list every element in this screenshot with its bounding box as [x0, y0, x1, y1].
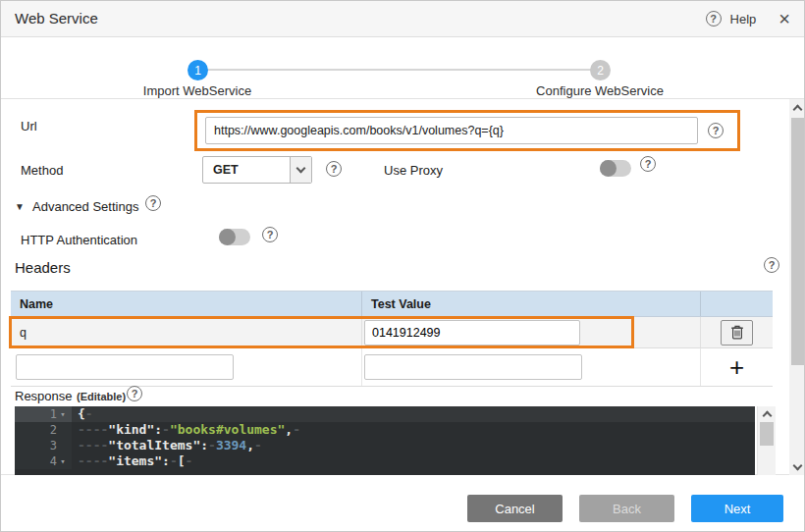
method-select[interactable]: GET	[202, 156, 312, 184]
use-proxy-label: Use Proxy	[384, 163, 443, 178]
stepper-connector	[197, 69, 600, 71]
headers-section-title: Headers	[15, 259, 71, 276]
delete-row-button[interactable]	[721, 320, 753, 346]
column-header-test-value: Test Value	[362, 292, 701, 316]
advanced-settings-help-icon[interactable]: ?	[145, 195, 161, 211]
content-scrollbar[interactable]	[789, 99, 805, 475]
step-2-circle[interactable]: 2	[590, 60, 611, 80]
code-line: 2----"kind":-"books#volumes",-	[15, 422, 755, 438]
title-bar: Web Service ? Help ×	[1, 1, 804, 37]
scroll-down-icon[interactable]	[789, 459, 805, 474]
add-row-button[interactable]: +	[729, 354, 744, 380]
table-header-row: Name Test Value	[11, 292, 773, 317]
code-line: 4▾----"items":-[-	[15, 453, 755, 469]
column-header-name: Name	[11, 292, 362, 316]
response-editor[interactable]: 1▾{-2----"kind":-"books#volumes",-3----"…	[15, 406, 755, 475]
new-name-input[interactable]	[16, 354, 234, 380]
scroll-up-icon[interactable]	[789, 100, 805, 115]
step-2-label: Configure WebService	[502, 83, 698, 98]
editor-scrollbar[interactable]	[757, 406, 776, 475]
use-proxy-help-icon[interactable]: ?	[640, 156, 656, 172]
url-input[interactable]	[205, 117, 698, 144]
wizard-stepper: 1 2 Import WebService Configure WebServi…	[1, 37, 804, 99]
editor-scrollbar-thumb[interactable]	[760, 422, 774, 446]
method-label: Method	[21, 163, 63, 178]
header-name-cell[interactable]: q	[11, 317, 362, 347]
code-fold-icon[interactable]: ▾	[57, 453, 69, 469]
response-editor-lines: 1▾{-2----"kind":-"books#volumes",-3----"…	[15, 406, 755, 469]
help-link[interactable]: Help	[730, 12, 757, 27]
cancel-button[interactable]: Cancel	[467, 495, 563, 522]
response-help-icon[interactable]: ?	[127, 386, 142, 401]
http-auth-toggle[interactable]	[219, 229, 250, 245]
table-row: q	[11, 317, 773, 348]
advanced-settings-label[interactable]: Advanced Settings	[32, 199, 138, 214]
trash-icon	[730, 325, 744, 340]
close-icon[interactable]: ×	[778, 11, 790, 27]
headers-table: Name Test Value q	[11, 291, 773, 387]
dialog-title: Web Service	[15, 1, 98, 36]
method-help-icon[interactable]: ?	[326, 161, 342, 177]
new-test-value-input[interactable]	[364, 354, 582, 380]
new-row: +	[11, 348, 773, 387]
step-1-label: Import WebService	[99, 83, 295, 98]
toggle-knob	[600, 160, 617, 177]
url-label: Url	[21, 119, 37, 133]
chevron-down-icon[interactable]	[290, 157, 311, 183]
help-icon[interactable]: ?	[706, 11, 722, 27]
dialog-content: Url ? Method GET ? Use Proxy ? ▼ Advance…	[1, 99, 804, 475]
code-line: 3----"totalItems":-3394,-	[15, 438, 755, 453]
http-auth-help-icon[interactable]: ?	[262, 227, 278, 242]
use-proxy-toggle[interactable]	[600, 160, 631, 177]
next-button[interactable]: Next	[691, 495, 783, 522]
collapse-triangle-icon[interactable]: ▼	[15, 201, 25, 212]
headers-help-icon[interactable]: ?	[764, 257, 779, 273]
url-help-icon[interactable]: ?	[708, 123, 724, 138]
code-fold-icon[interactable]: ▾	[57, 406, 69, 422]
response-label: Response	[15, 389, 73, 403]
column-header-actions	[701, 292, 773, 316]
code-line: 1▾{-	[15, 406, 755, 422]
test-value-input[interactable]	[364, 320, 580, 346]
http-auth-label: HTTP Authentication	[21, 233, 137, 247]
scroll-up-icon[interactable]	[758, 406, 776, 421]
method-value: GET	[213, 157, 239, 183]
content-scrollbar-thumb[interactable]	[791, 118, 804, 365]
response-editable-label: (Editable)	[77, 391, 126, 402]
step-1-circle[interactable]: 1	[188, 60, 208, 80]
dialog-footer: Cancel Back Next	[1, 475, 804, 532]
url-highlight-box: ?	[194, 110, 740, 151]
back-button[interactable]: Back	[579, 495, 674, 522]
web-service-dialog: Web Service ? Help × 1 2 Import WebServi…	[0, 0, 805, 532]
toggle-knob	[219, 229, 236, 245]
